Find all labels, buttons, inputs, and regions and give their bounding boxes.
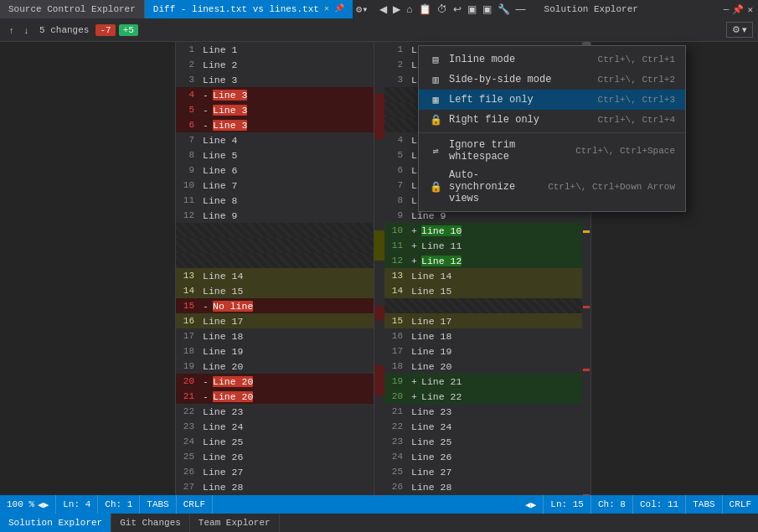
table-row: 10+line 10 xyxy=(384,223,582,238)
line-number: 21 xyxy=(176,391,199,401)
next-change-button[interactable]: ↓ xyxy=(20,23,34,38)
undo-button[interactable]: ↩ xyxy=(451,2,463,17)
line-content: Line 28 xyxy=(199,482,374,493)
history-button[interactable]: ⏱ xyxy=(436,2,449,17)
line-content: -Line 20 xyxy=(199,391,374,402)
zoom-right-arrow[interactable]: ▶ xyxy=(44,499,49,510)
line-number: 10 xyxy=(176,180,199,190)
trim-whitespace-shortcut: Ctrl+\, Ctrl+Space xyxy=(575,146,675,156)
line-number: 19 xyxy=(176,361,199,371)
left-file-label: Left file only xyxy=(449,94,591,106)
table-row: 6-Line 3 xyxy=(176,117,374,132)
line-content: +Line 11 xyxy=(408,240,582,251)
line-content: Line 6 xyxy=(199,165,374,176)
settings-gear-icon: ⚙ xyxy=(732,24,740,35)
line-content: Line 14 xyxy=(408,271,582,281)
inline-mode-shortcut: Ctrl+\, Ctrl+1 xyxy=(598,54,675,65)
line-content: +line 10 xyxy=(408,225,582,236)
line-content: -No line xyxy=(199,301,374,312)
line-number: 7 xyxy=(384,180,408,190)
table-row: 4-Line 3 xyxy=(176,87,374,102)
table-row: 20+Line 22 xyxy=(384,389,582,404)
line-number: 23 xyxy=(384,436,408,447)
diff-mid-gutter xyxy=(374,42,384,495)
left-diff-pane: 1Line 12Line 23Line 34-Line 35-Line 36-L… xyxy=(176,42,374,495)
close-tab-button[interactable]: ✕ xyxy=(324,2,329,17)
line-number: 14 xyxy=(176,286,199,296)
line-content: Line 25 xyxy=(199,436,374,447)
table-row: 10Line 7 xyxy=(176,178,374,193)
line-number: 15 xyxy=(176,301,199,311)
side-by-side-shortcut: Ctrl+\, Ctrl+2 xyxy=(598,75,675,85)
left-diff-content[interactable]: 1Line 12Line 23Line 34-Line 35-Line 36-L… xyxy=(176,42,374,495)
zoom-left-arrow[interactable]: ◀ xyxy=(38,499,44,510)
pin2-icon[interactable]: 📌 xyxy=(732,4,744,15)
line-content: Line 8 xyxy=(199,195,374,206)
line-content: Line 23 xyxy=(199,406,374,417)
line-number: 3 xyxy=(384,75,408,85)
table-row: 17Line 18 xyxy=(176,328,374,343)
settings-dropdown-button[interactable]: ⚙ ▾ xyxy=(726,22,753,38)
inline-mode-icon: ▤ xyxy=(429,53,442,66)
line-content: Line 3 xyxy=(199,75,374,85)
line-number: 25 xyxy=(384,467,408,477)
right-nav-arrows[interactable]: ◀▶ xyxy=(518,495,544,514)
line-content: Line 14 xyxy=(199,271,374,281)
view2-button[interactable]: ▣ xyxy=(481,2,493,17)
forward-button[interactable]: ▶ xyxy=(391,2,402,17)
line-content: Line 5 xyxy=(199,150,374,161)
tab-git-changes[interactable]: Git Changes xyxy=(111,514,190,532)
tab-team-explorer[interactable]: Team Explorer xyxy=(190,514,280,532)
copy-button[interactable]: 📋 xyxy=(417,2,433,17)
menu-item-right-file[interactable]: 🔒 Right file only Ctrl+\, Ctrl+4 xyxy=(419,110,685,130)
home-button[interactable]: ⌂ xyxy=(405,2,414,17)
auto-sync-shortcut: Ctrl+\, Ctrl+Down Arrow xyxy=(548,182,675,192)
table-row: 25Line 27 xyxy=(384,464,582,479)
table-row xyxy=(176,253,374,268)
menu-item-side-by-side[interactable]: ▥ Side-by-side mode Ctrl+\, Ctrl+2 xyxy=(419,70,685,90)
menu-item-trim-whitespace[interactable]: ⇌ Ignore trim whitespace Ctrl+\, Ctrl+Sp… xyxy=(419,136,685,166)
table-row: 23Line 24 xyxy=(176,419,374,434)
line-number: 11 xyxy=(176,195,199,205)
zoom-level: 100 % ◀ ▶ xyxy=(0,495,56,514)
side-by-side-label: Side-by-side mode xyxy=(449,74,591,85)
navigation-arrows: ↑ ↓ xyxy=(5,23,33,38)
right-col-pos: Col: 11 xyxy=(633,495,686,514)
view1-button[interactable]: ▣ xyxy=(466,2,478,17)
table-row: 26Line 27 xyxy=(176,464,374,479)
line-number: 21 xyxy=(384,406,408,416)
back-button[interactable]: ◀ xyxy=(378,2,389,17)
minimize-icon[interactable]: — xyxy=(724,4,730,14)
line-content: Line 24 xyxy=(408,421,582,432)
left-crlf: CRLF xyxy=(177,495,213,514)
table-row: 1Line 1 xyxy=(176,42,374,57)
line-number: 6 xyxy=(176,120,199,130)
line-content: Line 18 xyxy=(199,331,374,342)
window-controls: — 📌 ✕ xyxy=(719,4,758,15)
table-row: 22Line 24 xyxy=(384,419,582,434)
solution-explorer-title: Solution Explorer xyxy=(536,0,719,18)
line-content: Line 4 xyxy=(199,135,374,146)
right-char-pos: Ch: 8 xyxy=(591,495,633,514)
close2-icon[interactable]: ✕ xyxy=(747,4,753,15)
tab-solution-explorer[interactable]: Solution Explorer xyxy=(0,514,111,532)
menu-item-auto-sync[interactable]: 🔒 Auto-synchronize views Ctrl+\, Ctrl+Do… xyxy=(419,166,685,208)
title-bar: Source Control Explorer Diff - lines1.tx… xyxy=(0,0,758,18)
table-row: 11Line 8 xyxy=(176,193,374,208)
menu-item-left-file[interactable]: ▦ Left file only Ctrl+\, Ctrl+3 xyxy=(419,90,685,110)
prev-change-button[interactable]: ↑ xyxy=(5,23,18,38)
line-content: -Line 3 xyxy=(199,120,374,131)
pin-button[interactable]: 📌 xyxy=(334,2,344,17)
settings-icon-title[interactable]: ⚙▾ xyxy=(356,3,368,16)
table-row: 27Line 29 xyxy=(384,494,582,495)
menu-item-inline[interactable]: ▤ Inline mode Ctrl+\, Ctrl+1 xyxy=(419,49,685,70)
wrench-button[interactable]: 🔧 xyxy=(496,2,512,17)
table-row: 5-Line 3 xyxy=(176,102,374,117)
line-content: Line 18 xyxy=(408,331,582,342)
line-number: 2 xyxy=(176,59,199,70)
table-row: 19+Line 21 xyxy=(384,374,582,389)
line-number: 11 xyxy=(384,240,408,251)
line-number: 3 xyxy=(176,75,199,85)
dash-button[interactable]: — xyxy=(514,2,528,17)
line-content: -Line 3 xyxy=(199,90,374,101)
